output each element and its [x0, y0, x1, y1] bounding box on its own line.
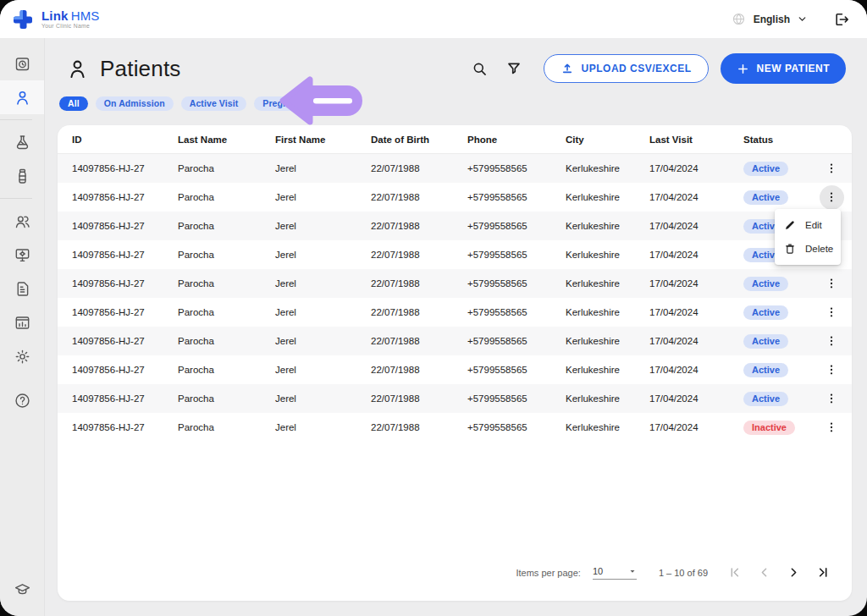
- cell-first-name: Jerel: [275, 192, 371, 202]
- cell-phone: +5799558565: [467, 307, 566, 317]
- cell-last-visit: 17/04/2024: [649, 163, 743, 173]
- row-menu-button-open[interactable]: [820, 185, 844, 210]
- cell-last-visit: 17/04/2024: [649, 221, 743, 231]
- table-row[interactable]: 14097856-HJ-27 Parocha Jerel 22/07/1988 …: [58, 384, 852, 413]
- row-menu-button[interactable]: [820, 300, 844, 325]
- column-header-first-name: First Name: [275, 135, 371, 145]
- cell-last-visit: 17/04/2024: [649, 250, 743, 260]
- patients-table-card: ID Last Name First Name Date of Birth Ph…: [58, 125, 852, 601]
- cell-dob: 22/07/1988: [371, 192, 467, 202]
- chip-all[interactable]: All: [59, 96, 88, 111]
- cell-dob: 22/07/1988: [371, 250, 467, 260]
- row-context-menu: Edit Delete: [775, 209, 841, 265]
- language-selector-label[interactable]: English: [754, 14, 790, 25]
- table-row[interactable]: 14097856-HJ-27 Parocha Jerel 22/07/1988 …: [58, 240, 852, 269]
- items-per-page-label: Items per page:: [516, 568, 580, 578]
- cell-dob: 22/07/1988: [371, 336, 467, 346]
- row-menu-button[interactable]: [820, 272, 844, 296]
- pharmacy-bottle-icon: [14, 168, 31, 185]
- cell-last-visit: 17/04/2024: [649, 393, 743, 404]
- sidebar-item-settings[interactable]: [0, 339, 44, 373]
- sidebar-item-workstation[interactable]: [0, 238, 44, 272]
- billing-document-icon: [14, 280, 31, 298]
- cell-last-visit: 17/04/2024: [649, 365, 743, 375]
- sidebar-item-staff[interactable]: [0, 204, 44, 238]
- table-row[interactable]: 14097856-HJ-27 Parocha Jerel 22/07/1988 …: [58, 183, 852, 212]
- cell-last-visit: 17/04/2024: [649, 278, 743, 289]
- table-body: 14097856-HJ-27 Parocha Jerel 22/07/1988 …: [58, 154, 852, 442]
- cell-last-visit: 17/04/2024: [649, 307, 743, 317]
- last-page-button[interactable]: [812, 561, 835, 584]
- status-badge: Active: [743, 334, 788, 349]
- sidebar-item-appointments[interactable]: [0, 47, 44, 80]
- cell-dob: 22/07/1988: [371, 307, 467, 317]
- table-row[interactable]: 14097856-HJ-27 Parocha Jerel 22/07/1988 …: [58, 413, 852, 442]
- table-header-row: ID Last Name First Name Date of Birth Ph…: [58, 125, 852, 154]
- cell-first-name: Jerel: [275, 163, 371, 173]
- page-header: Patients UPLOAD CSV/EXCEL: [66, 50, 846, 87]
- appointments-calendar-icon: [14, 55, 31, 73]
- brand-logo: LinkHMS Your Clinic Name: [12, 8, 100, 30]
- menu-item-edit[interactable]: Edit: [775, 213, 841, 237]
- workstation-monitor-icon: [14, 246, 31, 264]
- cell-first-name: Jerel: [275, 422, 371, 432]
- cell-last-visit: 17/04/2024: [649, 336, 743, 346]
- cell-id: 14097856-HJ-27: [58, 192, 178, 202]
- sidebar-item-reports[interactable]: [0, 305, 44, 339]
- new-patient-button[interactable]: NEW PATIENT: [721, 53, 846, 84]
- sidebar-item-learning[interactable]: [0, 572, 44, 606]
- cell-city: Kerlukeshire: [566, 307, 649, 317]
- chip-active-visit[interactable]: Active Visit: [181, 96, 247, 111]
- cell-id: 14097856-HJ-27: [58, 422, 178, 432]
- cell-phone: +5799558565: [467, 163, 566, 173]
- upload-csv-button[interactable]: UPLOAD CSV/EXCEL: [544, 54, 709, 83]
- table-row[interactable]: 14097856-HJ-27 Parocha Jerel 22/07/1988 …: [58, 298, 852, 327]
- first-page-button[interactable]: [723, 561, 746, 584]
- cell-city: Kerlukeshire: [566, 163, 649, 173]
- next-page-button[interactable]: [782, 561, 805, 584]
- sidebar-item-help[interactable]: [0, 383, 44, 417]
- brand-tagline: Your Clinic Name: [41, 24, 100, 30]
- plus-icon: [737, 63, 749, 75]
- new-patient-label: NEW PATIENT: [757, 63, 830, 74]
- chip-on-admission[interactable]: On Admission: [96, 96, 174, 111]
- cell-dob: 22/07/1988: [371, 221, 467, 231]
- items-per-page-value: 10: [593, 566, 603, 576]
- cell-city: Kerlukeshire: [566, 422, 649, 432]
- row-menu-button[interactable]: [820, 387, 844, 411]
- app-window: LinkHMS Your Clinic Name English: [0, 0, 867, 616]
- status-badge: Active: [743, 162, 788, 176]
- table-row[interactable]: 14097856-HJ-27 Parocha Jerel 22/07/1988 …: [58, 154, 852, 183]
- cell-city: Kerlukeshire: [566, 250, 649, 260]
- sidebar-divider: [0, 198, 32, 199]
- row-menu-button[interactable]: [820, 329, 844, 354]
- table-row[interactable]: 14097856-HJ-27 Parocha Jerel 22/07/1988 …: [58, 327, 852, 355]
- row-menu-button[interactable]: [820, 157, 844, 181]
- cell-last-name: Parocha: [178, 278, 275, 289]
- table-row[interactable]: 14097856-HJ-27 Parocha Jerel 22/07/1988 …: [58, 269, 852, 298]
- menu-item-delete[interactable]: Delete: [775, 237, 841, 261]
- sidebar-item-pharmacy[interactable]: [0, 159, 44, 193]
- sidebar-item-laboratory[interactable]: [0, 125, 44, 159]
- previous-page-button[interactable]: [753, 561, 776, 584]
- column-header-status: Status: [743, 135, 811, 145]
- laboratory-flask-icon: [14, 134, 31, 151]
- items-per-page-select[interactable]: 10: [593, 566, 637, 580]
- chevron-down-icon[interactable]: [797, 14, 808, 25]
- patients-icon: [14, 89, 31, 107]
- row-menu-button[interactable]: [820, 415, 844, 440]
- search-icon[interactable]: [468, 58, 491, 80]
- chip-pregnant[interactable]: Pregnant: [254, 96, 310, 111]
- cell-city: Kerlukeshire: [566, 192, 649, 202]
- filter-icon[interactable]: [503, 58, 525, 80]
- row-menu-button[interactable]: [820, 358, 844, 382]
- column-header-city: City: [566, 135, 649, 145]
- help-icon: [14, 392, 31, 410]
- sidebar-item-billing[interactable]: [0, 272, 44, 305]
- sidebar-item-patients[interactable]: [0, 80, 44, 114]
- table-row[interactable]: 14097856-HJ-27 Parocha Jerel 22/07/1988 …: [58, 355, 852, 384]
- logout-button[interactable]: [833, 11, 850, 28]
- cell-first-name: Jerel: [275, 221, 371, 231]
- table-row[interactable]: 14097856-HJ-27 Parocha Jerel 22/07/1988 …: [58, 212, 852, 240]
- column-header-last-name: Last Name: [178, 135, 275, 145]
